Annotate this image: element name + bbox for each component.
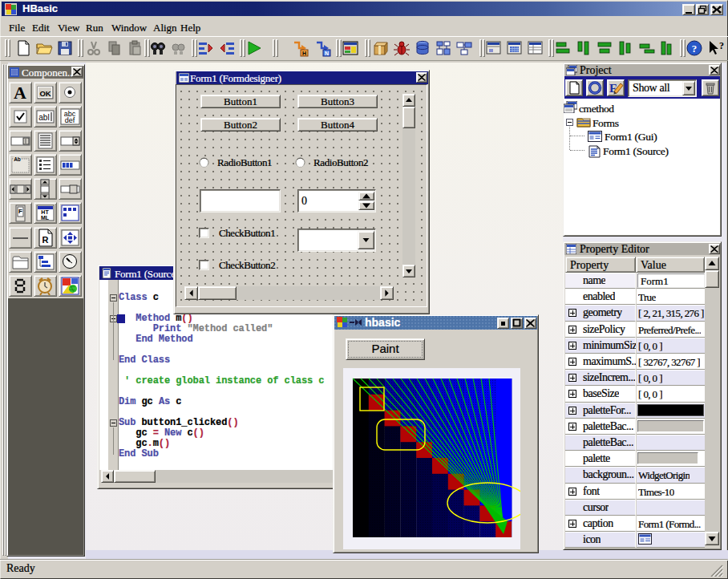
svg-text:?: ? — [719, 40, 724, 51]
svg-text:H: H — [302, 51, 306, 56]
svg-text:F: F — [18, 208, 22, 215]
svg-text:def: def — [65, 116, 75, 124]
svg-text:A: A — [14, 83, 26, 103]
svg-text:ML: ML — [41, 215, 50, 221]
svg-text:N: N — [325, 51, 329, 56]
svg-text:abl: abl — [38, 113, 49, 122]
svg-text:HT: HT — [41, 209, 49, 215]
svg-text:?: ? — [692, 43, 698, 55]
svg-text:OK: OK — [39, 89, 51, 98]
svg-text:Ab: Ab — [14, 156, 21, 162]
svg-text:R: R — [42, 235, 49, 245]
